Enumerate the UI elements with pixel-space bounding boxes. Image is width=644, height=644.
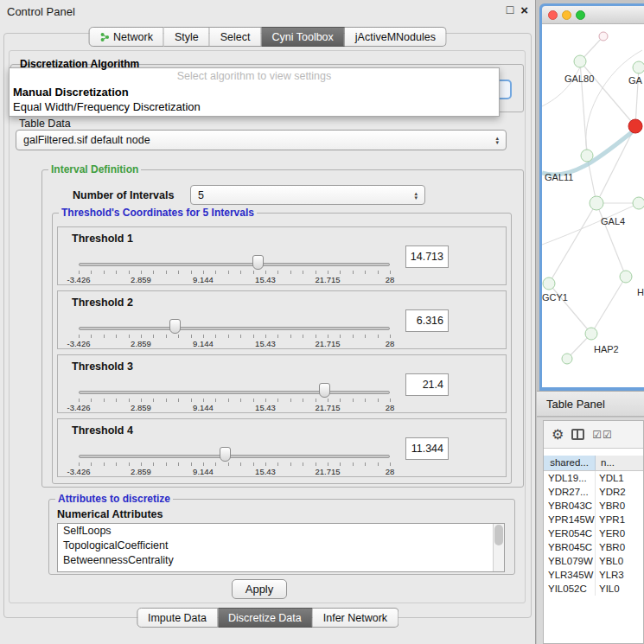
tab-infer-network[interactable]: Infer Network [313,608,399,628]
network-view-window: GAL80GAGAL11GAL4GCY1HHAP2 [539,3,644,391]
dropdown-option-equal-width-frequency[interactable]: Equal Width/Frequency Discretization [10,99,499,114]
table-row[interactable]: YPR145WYPR1 [544,513,643,526]
cell-name: YDR2 [596,485,643,499]
network-node-label: GA [628,75,643,86]
column-header-shared-name[interactable]: shared... [544,456,596,470]
tab-cyni-toolbox[interactable]: Cyni Toolbox [261,27,344,47]
tab-label: Infer Network [323,612,387,624]
minimize-traffic-light-icon[interactable] [562,10,571,20]
slider-thumb[interactable] [169,319,181,334]
cell-name: YER0 [596,526,643,540]
dropdown-placeholder-option[interactable]: Select algorithm to view settings [10,68,499,85]
slider-thumb[interactable] [319,383,330,398]
table-row[interactable]: YIL052CYIL0 [544,582,643,596]
slider-ticks [79,399,391,402]
network-edge [596,203,626,277]
slider-scale-label: 2.859 [131,275,151,284]
slider-scale-label: 2.859 [131,467,151,476]
slider-scale-label: 9.144 [193,339,214,348]
slider-scale-label: 21.715 [315,403,340,412]
slider-scale-label: 28 [386,339,395,348]
attribute-item[interactable]: TopologicalCoefficient [58,539,504,553]
threshold-value-field[interactable]: 6.316 [405,309,449,332]
apply-button[interactable]: Apply [232,579,287,599]
table-row[interactable]: YDL19...YDL1 [544,471,643,485]
cell-shared-name: YPR145W [544,513,596,526]
slider-scale-label: 9.144 [193,403,214,412]
top-tab-bar: Network Style Select Cyni Toolbox jActiv… [88,27,447,47]
algorithm-dropdown-popup: Select algorithm to view settings Manual… [9,67,500,117]
number-of-intervals-label: Number of Intervals [73,189,174,201]
network-edge [549,203,596,284]
tab-style[interactable]: Style [164,27,210,47]
table-row[interactable]: YDR27...YDR2 [544,485,643,499]
tab-select[interactable]: Select [210,27,262,47]
slider-scale-label: 15.43 [255,403,276,412]
attribute-item[interactable]: SelfLoops [58,524,504,539]
network-node[interactable] [581,150,593,162]
slider-track[interactable] [79,263,390,266]
control-panel: Control Panel □ × Network Style Select C… [0,0,536,644]
tab-network[interactable]: Network [88,27,164,47]
table-data-combobox[interactable]: galFiltered.sif default node ▴▾ [16,130,507,150]
table-row[interactable]: YER054CYER0 [544,526,643,540]
table-row[interactable]: YBL079WYBL0 [544,554,643,568]
threshold-value-field[interactable]: 21.4 [405,373,449,396]
select-columns-icons[interactable]: ☑☑ [592,429,613,441]
table-row[interactable]: YLR345WYLR3 [544,568,643,582]
network-node-selected[interactable] [628,119,642,133]
cell-shared-name: YDR27... [544,485,596,499]
tab-discretize-data[interactable]: Discretize Data [218,608,313,628]
table-row[interactable]: YBR043CYBR0 [544,499,643,513]
tab-impute-data[interactable]: Impute Data [137,608,218,628]
network-edge [549,284,591,334]
network-canvas[interactable]: GAL80GAGAL11GAL4GCY1HHAP2 [542,24,644,387]
table-row[interactable]: YBR045CYBR0 [544,540,643,554]
dropdown-option-manual-discretization[interactable]: Manual Discretization [10,85,499,99]
slider-thumb[interactable] [220,447,231,462]
column-header-name[interactable]: n... [596,456,643,470]
interval-definition-group-title: Interval Definition [48,163,141,175]
threshold-value-field[interactable]: 11.344 [405,437,449,460]
float-icon[interactable]: □ [507,3,513,17]
panel-title: Control Panel [7,5,75,18]
slider-track[interactable] [79,455,390,458]
threshold-value-field[interactable]: 14.713 [405,245,449,268]
cell-shared-name: YLR345W [544,568,596,582]
columns-icon[interactable] [571,429,584,440]
network-node[interactable] [633,197,644,209]
network-node[interactable] [590,196,603,210]
network-node[interactable] [585,328,597,340]
slider-scale-label: 21.715 [315,275,340,284]
network-node[interactable] [574,55,586,67]
attribute-item[interactable]: BetweennessCentrality [58,553,504,568]
gear-icon[interactable]: ⚙ [552,426,564,443]
slider-track[interactable] [79,391,390,394]
tab-label: Style [175,31,199,43]
network-node[interactable] [599,32,608,41]
number-of-intervals-combobox[interactable]: 5 ▴▾ [190,185,425,205]
scrollbar-thumb[interactable] [494,525,503,545]
network-window-titlebar[interactable] [542,6,644,24]
slider-scale-label: -3.426 [67,403,91,412]
zoom-traffic-light-icon[interactable] [576,10,585,20]
slider-scale-label: 28 [386,403,395,412]
network-node[interactable] [543,277,555,290]
close-icon[interactable]: × [520,3,528,17]
threshold-label: Threshold 3 [72,360,133,373]
network-node[interactable] [633,61,644,73]
network-node[interactable] [562,354,572,364]
combo-spinner-icon: ▴▾ [414,191,418,200]
close-traffic-light-icon[interactable] [548,10,558,20]
slider-thumb[interactable] [252,255,264,270]
numerical-attributes-list[interactable]: SelfLoopsTopologicalCoefficientBetweenne… [57,523,505,572]
slider-track[interactable] [79,327,390,330]
discretization-algorithm-group-title: Discretization Algorithm [17,58,142,70]
table-panel-title: Table Panel [546,398,644,411]
panel-window-controls: □ × [507,3,528,17]
network-node[interactable] [620,271,632,283]
tab-jactivemnodules[interactable]: jActiveMNodules [345,27,447,47]
list-scrollbar[interactable] [493,524,504,571]
network-node-label: GAL4 [601,216,625,226]
cell-name: YBR0 [596,499,643,513]
